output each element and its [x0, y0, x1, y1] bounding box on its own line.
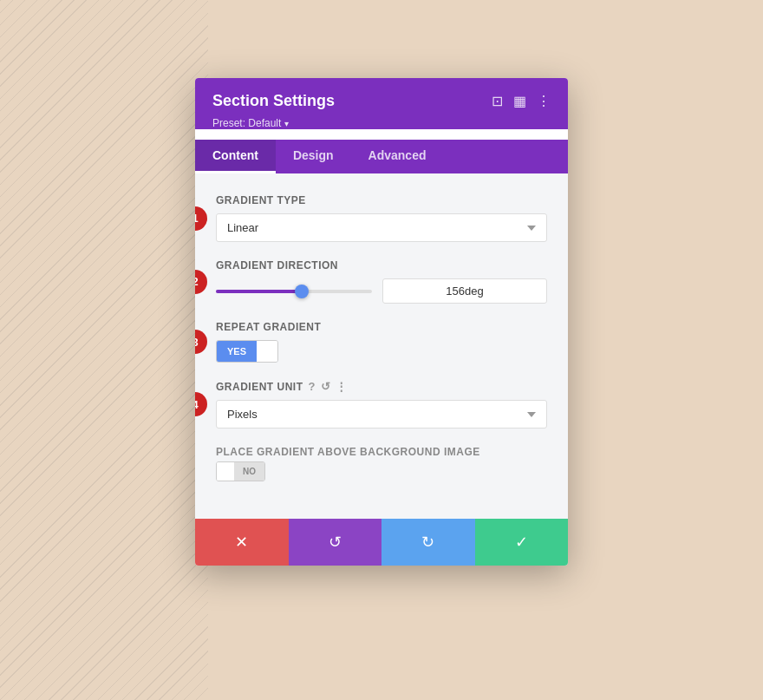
place-gradient-toggle[interactable]: NO	[216, 461, 265, 481]
modal-header: Section Settings ⊡ ▦ ⋮ Preset: Default ▾	[195, 78, 568, 129]
cancel-button[interactable]: ✕	[195, 519, 289, 566]
place-gradient-field: Place Gradient Above Background Image NO	[216, 446, 547, 484]
preset-arrow-icon: ▾	[284, 119, 289, 128]
repeat-gradient-field: Repeat Gradient YES	[216, 321, 547, 363]
tab-content[interactable]: Content	[195, 140, 276, 173]
gradient-type-select[interactable]: Linear Radial Elliptical Conical	[216, 213, 547, 242]
reset-button[interactable]: ↺	[289, 519, 382, 566]
toggle-yes[interactable]: YES	[217, 341, 257, 362]
toggle-no[interactable]	[257, 341, 277, 362]
tab-advanced[interactable]: Advanced	[351, 140, 444, 173]
help-icon[interactable]: ?	[309, 380, 316, 393]
gradient-unit-select[interactable]: Pixels Percent	[216, 400, 547, 429]
repeat-gradient-group: 3 Repeat Gradient YES	[216, 321, 547, 363]
modal-title: Section Settings	[212, 92, 335, 110]
redo-button[interactable]: ↻	[382, 519, 475, 566]
gradient-direction-group: 2 Gradient Direction	[216, 259, 547, 304]
section-settings-modal: Section Settings ⊡ ▦ ⋮ Preset: Default ▾…	[195, 78, 568, 566]
repeat-gradient-toggle[interactable]: YES	[216, 340, 278, 363]
gradient-unit-label: Gradient Unit ? ↺ ⋮	[216, 380, 547, 393]
step-4-badge: 4	[195, 392, 207, 416]
step-2-badge: 2	[195, 270, 207, 294]
gradient-type-label: Gradient Type	[216, 194, 547, 206]
gradient-direction-field: Gradient Direction	[216, 259, 547, 304]
modal-tabs: Content Design Advanced	[195, 140, 568, 173]
place-gradient-toggle-yes[interactable]	[217, 462, 234, 481]
place-gradient-label: Place Gradient Above Background Image	[216, 446, 547, 458]
save-button[interactable]: ✓	[475, 519, 569, 566]
slider-fill	[216, 290, 302, 293]
tab-design[interactable]: Design	[276, 140, 351, 173]
slider-thumb[interactable]	[295, 285, 309, 298]
gradient-type-field: Gradient Type Linear Radial Elliptical C…	[216, 194, 547, 242]
reset-unit-icon[interactable]: ↺	[321, 380, 331, 393]
gradient-direction-input[interactable]	[382, 278, 547, 304]
header-icons: ⊡ ▦ ⋮	[492, 93, 551, 109]
modal-footer: ✕ ↺ ↻ ✓	[195, 519, 568, 566]
gradient-type-group: 1 Gradient Type Linear Radial Elliptical…	[216, 194, 547, 242]
gradient-unit-group: 4 Gradient Unit ? ↺ ⋮ Pixels Percent	[216, 380, 547, 429]
modal-body: 1 Gradient Type Linear Radial Elliptical…	[195, 173, 568, 519]
preset-label[interactable]: Preset: Default ▾	[212, 117, 551, 129]
gradient-direction-slider-row	[216, 278, 547, 304]
gradient-direction-label: Gradient Direction	[216, 259, 547, 271]
expand-icon[interactable]: ⊡	[492, 93, 503, 109]
repeat-gradient-label: Repeat Gradient	[216, 321, 547, 333]
step-1-badge: 1	[195, 206, 207, 231]
modal-overlay: Section Settings ⊡ ▦ ⋮ Preset: Default ▾…	[0, 0, 763, 700]
step-3-badge: 3	[195, 330, 207, 354]
more-icon[interactable]: ⋮	[537, 93, 551, 109]
gradient-direction-slider[interactable]	[216, 290, 372, 293]
more-unit-icon[interactable]: ⋮	[336, 380, 348, 393]
place-gradient-toggle-no[interactable]: NO	[234, 462, 264, 481]
columns-icon[interactable]: ▦	[513, 93, 526, 109]
gradient-unit-field: Gradient Unit ? ↺ ⋮ Pixels Percent	[216, 380, 547, 429]
